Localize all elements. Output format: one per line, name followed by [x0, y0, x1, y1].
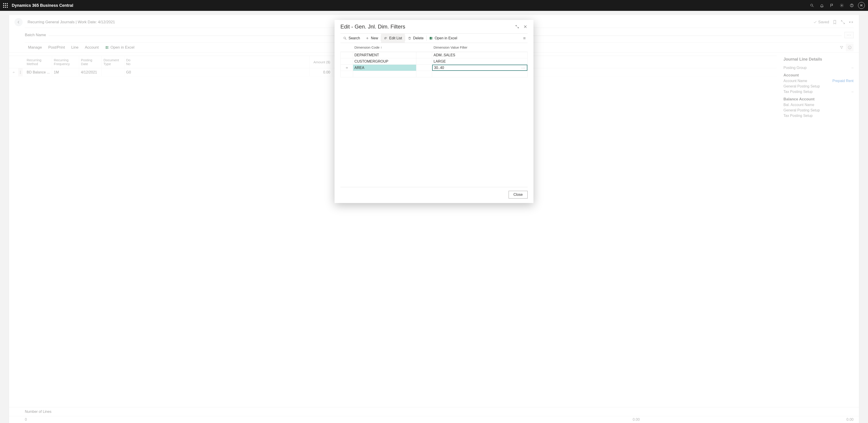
svg-point-0: [811, 4, 813, 6]
svg-line-1: [812, 6, 813, 7]
modal-delete-button[interactable]: Delete: [405, 34, 426, 43]
table-row[interactable]: AREA ···: [340, 65, 528, 71]
modal-table-header: Dimension Code ↑ Dimension Value Filter: [340, 43, 528, 52]
user-avatar[interactable]: IK: [858, 2, 865, 9]
modal-edit-list-button[interactable]: Edit List: [381, 34, 405, 43]
dimension-value-filter-cell[interactable]: ADM..SALES: [432, 52, 528, 58]
col-dimension-code[interactable]: Dimension Code: [354, 46, 379, 49]
search-icon[interactable]: [807, 0, 817, 11]
help-icon[interactable]: [847, 0, 857, 11]
gen-jnl-dim-filters-dialog: Edit - Gen. Jnl. Dim. Filters Search New…: [335, 20, 533, 203]
svg-line-15: [345, 39, 346, 39]
modal-new-label: New: [371, 36, 378, 40]
modal-new-button[interactable]: New: [363, 34, 381, 43]
flag-icon[interactable]: [827, 0, 837, 11]
modal-open-in-excel-label: Open in Excel: [435, 36, 457, 40]
app-bar: Dynamics 365 Business Central IK: [0, 0, 868, 11]
table-row[interactable]: DEPARTMENT ADM..SALES: [340, 52, 528, 58]
svg-text:X: X: [430, 37, 431, 39]
modal-delete-label: Delete: [413, 36, 424, 40]
dimension-code-cell[interactable]: CUSTOMERGROUP: [353, 58, 416, 64]
svg-point-14: [344, 37, 346, 39]
avatar-initials: IK: [860, 4, 863, 7]
dimension-value-filter-input[interactable]: [432, 65, 527, 71]
notifications-icon[interactable]: [817, 0, 827, 11]
dimension-code-cell[interactable]: AREA: [353, 65, 416, 71]
gear-icon[interactable]: [837, 0, 847, 11]
modal-title: Edit - Gen. Jnl. Dim. Filters: [340, 24, 405, 30]
table-row[interactable]: [340, 71, 528, 77]
product-title: Dynamics 365 Business Central: [12, 3, 73, 8]
table-row[interactable]: CUSTOMERGROUP LARGE: [340, 58, 528, 65]
app-launcher-icon[interactable]: [3, 3, 8, 8]
assist-edit-icon[interactable]: ···: [522, 66, 526, 70]
dimension-value-filter-cell[interactable]: LARGE: [432, 58, 528, 64]
view-options-icon[interactable]: [521, 35, 528, 41]
sort-asc-icon: ↑: [380, 46, 382, 49]
current-row-indicator-icon: [340, 65, 353, 71]
svg-rect-19: [432, 37, 432, 39]
svg-point-2: [841, 5, 842, 6]
dimension-code-cell[interactable]: DEPARTMENT: [353, 52, 416, 58]
modal-open-in-excel-button[interactable]: X Open in Excel: [427, 34, 460, 43]
modal-search-button[interactable]: Search: [340, 34, 363, 43]
close-button[interactable]: Close: [508, 191, 528, 199]
modal-search-label: Search: [348, 36, 360, 40]
col-dimension-value-filter[interactable]: Dimension Value Filter: [432, 46, 528, 49]
expand-icon[interactable]: [514, 23, 521, 30]
close-icon[interactable]: [522, 23, 529, 30]
modal-edit-list-label: Edit List: [389, 36, 402, 40]
